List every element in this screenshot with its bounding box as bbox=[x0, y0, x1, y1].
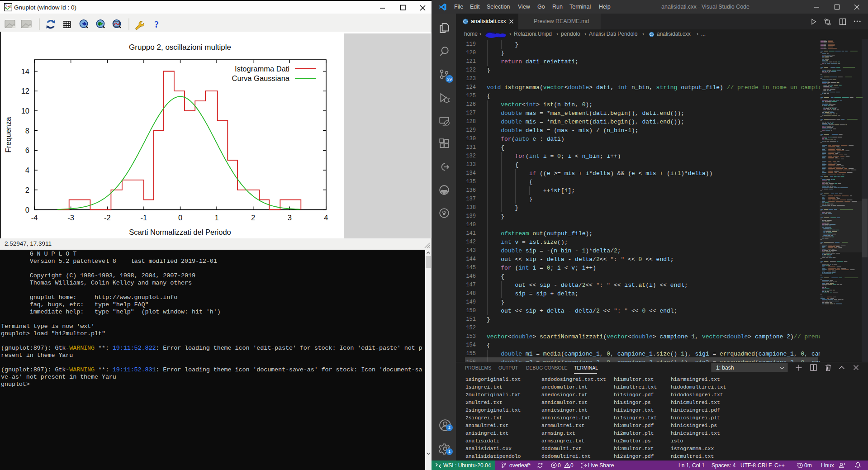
svg-text:2: 2 bbox=[251, 214, 255, 222]
svg-text:12: 12 bbox=[21, 87, 29, 95]
svg-text:Gruppo 2, oscillazioni multipl: Gruppo 2, oscillazioni multiple bbox=[129, 43, 231, 52]
svg-text:Scarti Normalizzati del Period: Scarti Normalizzati del Periodo bbox=[129, 228, 231, 236]
svg-text:2: 2 bbox=[25, 186, 29, 194]
svg-text:4: 4 bbox=[25, 166, 29, 174]
svg-text:Istogramma Dati: Istogramma Dati bbox=[235, 65, 289, 73]
svg-text:0: 0 bbox=[25, 206, 29, 214]
svg-text:Curva Gaussiana: Curva Gaussiana bbox=[232, 74, 290, 82]
svg-text:3: 3 bbox=[288, 214, 292, 222]
svg-text:1: 1 bbox=[215, 214, 219, 222]
svg-text:6: 6 bbox=[25, 146, 29, 154]
svg-text:-3: -3 bbox=[67, 214, 74, 222]
svg-text:Frequenza: Frequenza bbox=[4, 117, 12, 153]
svg-text:?: ? bbox=[154, 19, 159, 29]
svg-text:-2: -2 bbox=[104, 214, 111, 222]
svg-text:0: 0 bbox=[178, 214, 182, 222]
svg-text:4: 4 bbox=[324, 214, 328, 222]
svg-text:10: 10 bbox=[21, 107, 29, 115]
svg-text:14: 14 bbox=[21, 67, 29, 76]
svg-text:-4: -4 bbox=[31, 214, 38, 222]
svg-text:-1: -1 bbox=[141, 214, 147, 222]
svg-text:8: 8 bbox=[25, 127, 29, 135]
